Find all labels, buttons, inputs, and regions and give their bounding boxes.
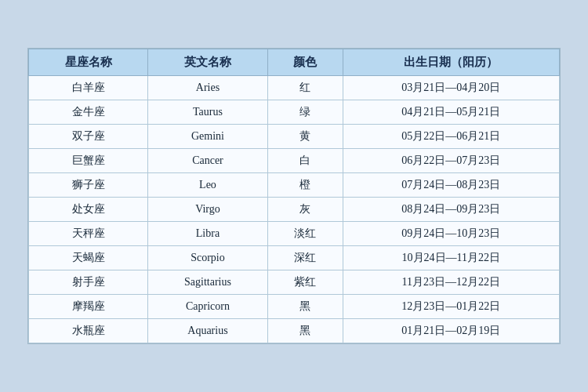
- table-cell-3-0: 巨蟹座: [29, 149, 148, 173]
- table-cell-10-1: Aquarius: [148, 319, 267, 343]
- table-cell-4-3: 07月24日—08月23日: [343, 173, 559, 198]
- table-cell-7-1: Scorpio: [148, 246, 267, 270]
- table-cell-3-1: Cancer: [148, 149, 267, 173]
- table-cell-7-2: 深红: [267, 246, 343, 270]
- table-row: 金牛座Taurus绿04月21日—05月21日: [29, 100, 560, 125]
- table-cell-0-0: 白羊座: [29, 76, 148, 100]
- table-cell-8-3: 11月23日—12月22日: [343, 270, 559, 295]
- table-cell-5-3: 08月24日—09月23日: [343, 198, 559, 222]
- table-cell-6-2: 淡红: [267, 222, 343, 246]
- table-cell-9-0: 摩羯座: [29, 295, 148, 319]
- table-row: 白羊座Aries红03月21日—04月20日: [29, 76, 560, 100]
- table-cell-3-3: 06月22日—07月23日: [343, 149, 559, 173]
- table-row: 双子座Gemini黄05月22日—06月21日: [29, 125, 560, 149]
- table-row: 天秤座Libra淡红09月24日—10月23日: [29, 222, 560, 246]
- table-cell-6-0: 天秤座: [29, 222, 148, 246]
- table-cell-10-0: 水瓶座: [29, 319, 148, 343]
- table-cell-4-2: 橙: [267, 173, 343, 198]
- table-header-row: 星座名称英文名称颜色出生日期（阳历）: [29, 49, 560, 76]
- table-cell-5-1: Virgo: [148, 198, 267, 222]
- table-cell-7-0: 天蝎座: [29, 246, 148, 270]
- table-header-cell: 星座名称: [29, 49, 148, 76]
- table-cell-9-3: 12月23日—01月22日: [343, 295, 559, 319]
- table-cell-0-2: 红: [267, 76, 343, 100]
- table-cell-8-0: 射手座: [29, 270, 148, 295]
- table-cell-2-1: Gemini: [148, 125, 267, 149]
- table-header-cell: 英文名称: [148, 49, 267, 76]
- table-cell-0-1: Aries: [148, 76, 267, 100]
- zodiac-table-container: 星座名称英文名称颜色出生日期（阳历） 白羊座Aries红03月21日—04月20…: [27, 48, 561, 344]
- table-cell-4-1: Leo: [148, 173, 267, 198]
- zodiac-table: 星座名称英文名称颜色出生日期（阳历） 白羊座Aries红03月21日—04月20…: [28, 49, 560, 343]
- table-row: 处女座Virgo灰08月24日—09月23日: [29, 198, 560, 222]
- table-cell-5-0: 处女座: [29, 198, 148, 222]
- table-cell-4-0: 狮子座: [29, 173, 148, 198]
- table-cell-5-2: 灰: [267, 198, 343, 222]
- table-cell-6-3: 09月24日—10月23日: [343, 222, 559, 246]
- table-row: 天蝎座Scorpio深红10月24日—11月22日: [29, 246, 560, 270]
- table-cell-2-2: 黄: [267, 125, 343, 149]
- table-row: 射手座Sagittarius紫红11月23日—12月22日: [29, 270, 560, 295]
- table-cell-10-2: 黑: [267, 319, 343, 343]
- table-cell-3-2: 白: [267, 149, 343, 173]
- table-header-cell: 出生日期（阳历）: [343, 49, 559, 76]
- table-cell-2-0: 双子座: [29, 125, 148, 149]
- table-cell-1-0: 金牛座: [29, 100, 148, 125]
- table-cell-8-1: Sagittarius: [148, 270, 267, 295]
- table-cell-10-3: 01月21日—02月19日: [343, 319, 559, 343]
- table-cell-6-1: Libra: [148, 222, 267, 246]
- table-row: 水瓶座Aquarius黑01月21日—02月19日: [29, 319, 560, 343]
- table-row: 摩羯座Capricorn黑12月23日—01月22日: [29, 295, 560, 319]
- table-cell-0-3: 03月21日—04月20日: [343, 76, 559, 100]
- table-header-cell: 颜色: [267, 49, 343, 76]
- table-cell-1-2: 绿: [267, 100, 343, 125]
- table-cell-9-1: Capricorn: [148, 295, 267, 319]
- table-row: 巨蟹座Cancer白06月22日—07月23日: [29, 149, 560, 173]
- table-cell-8-2: 紫红: [267, 270, 343, 295]
- table-cell-7-3: 10月24日—11月22日: [343, 246, 559, 270]
- table-cell-2-3: 05月22日—06月21日: [343, 125, 559, 149]
- table-cell-1-3: 04月21日—05月21日: [343, 100, 559, 125]
- table-cell-9-2: 黑: [267, 295, 343, 319]
- table-cell-1-1: Taurus: [148, 100, 267, 125]
- table-row: 狮子座Leo橙07月24日—08月23日: [29, 173, 560, 198]
